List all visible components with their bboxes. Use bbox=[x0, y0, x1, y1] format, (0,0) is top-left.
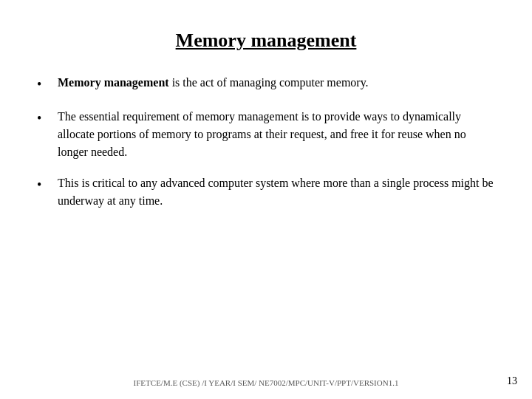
bullet-plain-1: is the act of managing computer memory. bbox=[169, 76, 369, 89]
bullet-dot-2: • bbox=[37, 109, 52, 129]
list-item: • This is critical to any advanced compu… bbox=[37, 174, 495, 210]
bullet-text-2: The essential requirement of memory mana… bbox=[58, 108, 495, 161]
bullet-list: • Memory management is the act of managi… bbox=[37, 74, 495, 210]
list-item: • The essential requirement of memory ma… bbox=[37, 108, 495, 161]
bullet-bold-1: Memory management bbox=[58, 76, 169, 89]
bullet-dot-3: • bbox=[37, 175, 52, 195]
bullet-dot-1: • bbox=[37, 75, 52, 95]
footer-text: IFETCE/M.E (CSE) /I YEAR/I SEM/ NE7002/M… bbox=[134, 378, 399, 387]
slide-container: Memory management • Memory management is… bbox=[0, 0, 532, 399]
page-number: 13 bbox=[507, 375, 517, 387]
bullet-text-1: Memory management is the act of managing… bbox=[58, 74, 495, 92]
list-item: • Memory management is the act of managi… bbox=[37, 74, 495, 95]
bullet-text-3: This is critical to any advanced compute… bbox=[58, 174, 495, 210]
slide-title: Memory management bbox=[37, 30, 495, 52]
